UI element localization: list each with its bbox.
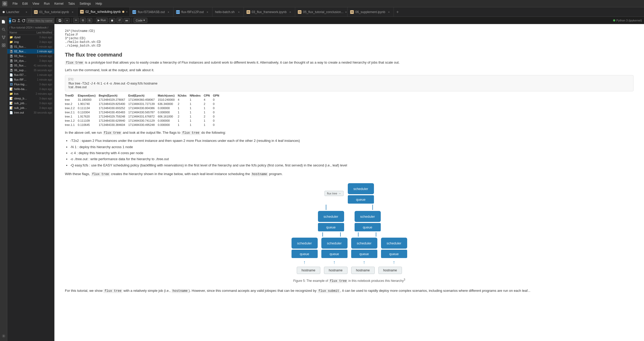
interrupt-button[interactable]: ⏹ xyxy=(109,18,115,23)
activity-bar xyxy=(0,17,7,341)
file-item[interactable]: 📁 img 3 days ago xyxy=(7,40,54,44)
col-name-header[interactable]: Name xyxy=(9,31,29,34)
inline-code-caption: flux tree xyxy=(329,279,348,283)
file-item[interactable]: 📁 kvs 2 minutes ago xyxy=(7,91,54,96)
file-time: 3 days ago xyxy=(29,59,52,62)
diag-l3-queue-4: queue xyxy=(381,250,407,258)
tab-hello-batch[interactable]: hello-batch.sh × xyxy=(212,7,244,16)
tab-02-flux-scheduling[interactable]: nb 02_flux_scheduling.ipynb × xyxy=(77,7,130,16)
refresh-button[interactable] xyxy=(22,18,25,24)
restart-run-all-button[interactable]: ⏭ xyxy=(124,18,130,23)
file-name: 01_flux_tu... xyxy=(14,45,27,48)
file-item[interactable]: 📓 03_flux_fr... 1 minute ago xyxy=(7,54,54,58)
tab-launcher[interactable]: Launcher × xyxy=(0,7,31,16)
diag-row-1: flux tree scheduler queue xyxy=(324,183,374,204)
table-row: tree.1.20.1111091713484330.6299401713484… xyxy=(65,119,222,123)
file-item[interactable]: 🖼 Flux-logo... 3 days ago xyxy=(7,82,54,87)
table-cell: 1713484330.693252 xyxy=(99,106,128,110)
copy-button[interactable]: ⧉ xyxy=(80,18,86,23)
col-modified-header: Last Modified xyxy=(29,31,52,34)
diag-l3-queue-2: queue xyxy=(321,250,348,258)
restart-button[interactable]: ↺ xyxy=(116,18,122,23)
tab-close-06[interactable]: × xyxy=(387,10,391,14)
file-item[interactable]: 📓 02_flux_sc... 1 minute ago xyxy=(7,49,54,54)
table-cell: 0 xyxy=(213,110,222,114)
tab-flux-f9fs12p[interactable]: out flux-f9Fs12P.out × xyxy=(173,7,212,16)
intro-text-1: is a prototype tool that allows you to e… xyxy=(85,60,400,64)
file-item[interactable]: 📓 05_flux_tu... 41 seconds ago xyxy=(7,63,54,68)
tab-03-flux-framework[interactable]: nb 03_flux_framework.ipynb × xyxy=(244,7,295,16)
tab-label-f37348: flux-f37348ASB.out xyxy=(138,10,165,14)
sidebar-path: / flux-tutorial-2024 / notebook / xyxy=(7,25,54,30)
diag-queue-top: queue xyxy=(348,195,374,204)
file-item[interactable]: 📓 04_dyad_d... 3 days ago xyxy=(7,58,54,63)
menu-kernel[interactable]: Kernel xyxy=(52,1,66,6)
tab-close-02[interactable]: × xyxy=(126,10,127,14)
file-item[interactable]: 📓 06_supple... 35 seconds ago xyxy=(7,68,54,72)
file-item[interactable]: 📝 sleep_batc... 3 days ago xyxy=(7,96,54,101)
code-cell-21[interactable]: [21]: !flux tree -T2x2 -J 4 -N 1 -c 4 -o… xyxy=(65,75,634,91)
tab-close-01[interactable]: × xyxy=(70,10,75,14)
menu-edit[interactable]: Edit xyxy=(20,1,30,6)
file-item[interactable]: 📁 dyad 3 days ago xyxy=(7,35,54,40)
upload-button[interactable] xyxy=(17,18,21,24)
menu-run[interactable]: Run xyxy=(42,1,52,6)
file-item[interactable]: 📝 sub_job2.sh 3 days ago xyxy=(7,105,54,110)
activity-extensions[interactable] xyxy=(1,42,7,48)
svg-line-2 xyxy=(4,30,5,31)
paste-button[interactable]: ⎘ xyxy=(87,18,92,23)
tab-icon-01: nb xyxy=(34,10,38,14)
file-item[interactable]: 📝 sub_job1.sh 3 days ago xyxy=(7,101,54,105)
tab-close-f9fs12p[interactable]: × xyxy=(205,10,210,14)
diag-hostname-3: hostname xyxy=(351,267,375,274)
tab-close-03[interactable]: × xyxy=(288,10,292,14)
tab-flux-f37348[interactable]: out flux-f37348ASB.out × xyxy=(130,7,173,16)
tab-close-f37348[interactable]: × xyxy=(166,10,171,14)
table-cell: 1713484330.455483 xyxy=(99,110,128,114)
tab-05-flux-conclusion[interactable]: nb 05_flux_tutorial_conclusion... × xyxy=(295,7,348,16)
menu-tabs[interactable]: Tabs xyxy=(66,1,77,6)
table-cell: 0.111134 xyxy=(78,106,99,110)
file-item[interactable]: 📝 hello-batc... 3 days ago xyxy=(7,87,54,91)
file-item[interactable]: 📄 flux-f9Fs1... 1 minute ago xyxy=(7,77,54,82)
menu-view[interactable]: View xyxy=(30,1,41,6)
table-cell: 1 xyxy=(204,123,213,127)
new-folder-button[interactable] xyxy=(12,18,16,24)
file-icon: 📓 xyxy=(9,59,13,63)
file-item[interactable]: 📄 flux-f3734... 1 minute ago xyxy=(7,72,54,77)
tab-06-supplement[interactable]: nb 06_supplement.ipynb × xyxy=(348,7,394,16)
menu-settings[interactable]: Settings xyxy=(77,1,93,6)
activity-files[interactable] xyxy=(1,19,7,25)
cell-type-dropdown[interactable]: Code ▾ xyxy=(133,18,147,23)
cut-button[interactable]: ✂ xyxy=(73,18,79,23)
tab-add-button[interactable]: + xyxy=(394,7,401,16)
intro-prose-2: Let's run the command, look at the outpu… xyxy=(65,68,634,73)
run-cell-button[interactable]: ▶ Run xyxy=(96,18,108,23)
inline-code-fluxtree-3: flux tree xyxy=(181,131,200,135)
tab-close-05[interactable]: × xyxy=(345,10,347,14)
new-file-button[interactable]: + xyxy=(9,18,11,24)
activity-git[interactable] xyxy=(1,35,7,40)
menu-file[interactable]: File xyxy=(10,1,20,6)
diag-l3-group-1: scheduler queue xyxy=(292,238,318,258)
menu-help[interactable]: Help xyxy=(93,1,104,6)
table-cell: 1 xyxy=(178,106,190,110)
bullet-list: -T2x2 : spawn 2 Flux instances under the… xyxy=(70,138,634,168)
file-list-header: Name Last Modified xyxy=(7,30,54,35)
file-item[interactable]: 📓 01_flux_tu... 1 minute ago xyxy=(7,44,54,49)
tab-close-launcher[interactable]: × xyxy=(24,10,29,14)
content-area: + ✂ ⧉ ⎘ ▶ Run ⏹ ↺ ⏭ Code ▾ Python 3 (ipy… xyxy=(54,17,644,341)
tab-close-hello-batch[interactable]: × xyxy=(237,10,241,14)
file-item[interactable]: 📄 tree.out 30 seconds ago xyxy=(7,110,54,115)
file-time: 1 minute ago xyxy=(29,45,52,48)
activity-settings[interactable] xyxy=(1,333,7,339)
table-cell: tree.1.2 xyxy=(65,119,78,123)
add-cell-button[interactable]: + xyxy=(64,18,70,23)
save-button[interactable] xyxy=(57,18,63,23)
table-cell: 1713484330.804386 xyxy=(128,106,158,110)
file-name: 03_flux_fr... xyxy=(14,54,27,58)
table-cell: 1713484331.676872 xyxy=(128,114,158,119)
tab-01-flux-tutorial[interactable]: nb 01_flux_tutorial.ipynb × xyxy=(31,7,77,16)
table-cell: 0 xyxy=(213,119,222,123)
activity-search[interactable] xyxy=(1,27,7,32)
